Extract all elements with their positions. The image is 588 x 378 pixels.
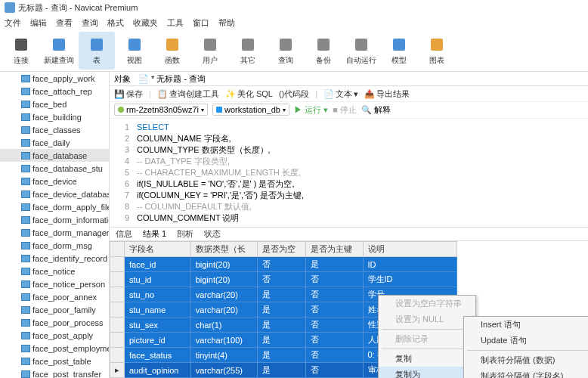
cell[interactable]: 否 <box>305 318 363 333</box>
col-header[interactable]: 是否为空 <box>257 242 305 257</box>
tree-item[interactable]: face_dorm_msg <box>0 239 109 252</box>
tree-item[interactable]: face_post_table <box>0 355 109 367</box>
tab-object[interactable]: 对象 <box>114 73 131 85</box>
submenu-insert[interactable]: Insert 语句 <box>464 317 588 333</box>
tree-item[interactable]: face_classes <box>0 123 109 136</box>
object-tree[interactable]: face_apply_workface_attach_repface_bedfa… <box>0 72 110 378</box>
cell[interactable]: audit_opinion <box>125 363 191 378</box>
cell[interactable]: varchar(20) <box>190 287 257 302</box>
cell[interactable]: picture_id <box>125 333 191 348</box>
explain-button[interactable]: 🔍 解释 <box>361 104 391 116</box>
cell[interactable]: char(1) <box>190 318 257 333</box>
tree-item[interactable]: face_building <box>0 110 109 123</box>
cell[interactable]: 否 <box>305 272 363 287</box>
tool-用户[interactable]: 用户 <box>192 32 228 70</box>
cell[interactable]: 否 <box>305 287 363 302</box>
cell[interactable]: face_status <box>125 348 191 363</box>
menu-item[interactable]: 查看 <box>56 17 73 29</box>
cell[interactable]: varchar(20) <box>190 302 257 318</box>
tree-item[interactable]: face_post_transfer <box>0 367 109 378</box>
cell[interactable]: 否 <box>305 333 363 348</box>
col-header[interactable]: 字段名 <box>125 242 191 257</box>
tool-图表[interactable]: 图表 <box>419 32 455 70</box>
context-submenu[interactable]: Insert 语句 Update 语句 制表符分隔值 (数据) 制表符分隔值 (… <box>463 316 588 378</box>
tool-新建查询[interactable]: 新建查询 <box>41 32 77 70</box>
tree-item[interactable]: face_post_employment <box>0 342 109 355</box>
server-selector[interactable]: rm-2zetn83n05wz7i▾ <box>114 104 208 116</box>
submenu-tab-data[interactable]: 制表符分隔值 (数据) <box>464 352 588 368</box>
cell[interactable]: 否 <box>257 272 305 287</box>
cell[interactable]: 是 <box>257 318 305 333</box>
tree-item[interactable]: face_notice_person <box>0 277 109 290</box>
tree-item[interactable]: face_dorm_apply_file <box>0 200 109 213</box>
tree-item[interactable]: face_poor_annex <box>0 290 109 303</box>
tool-表[interactable]: 表 <box>79 32 115 70</box>
menu-copy[interactable]: 复制 <box>379 351 475 367</box>
tool-其它[interactable]: 其它 <box>230 32 266 70</box>
cell[interactable]: 是 <box>257 287 305 302</box>
col-header[interactable]: 说明 <box>363 242 456 257</box>
cell[interactable]: varchar(100) <box>190 333 257 348</box>
cell[interactable]: stu_id <box>125 272 191 287</box>
menu-item[interactable]: 编辑 <box>30 17 47 29</box>
tree-item[interactable]: face_daily <box>0 136 109 149</box>
cell[interactable]: stu_sex <box>125 318 191 333</box>
context-menu[interactable]: 设置为空白字符串 设置为 NULL 删除记录 复制 复制为 粘贴 显示 <box>378 295 476 378</box>
cell[interactable]: 学生ID <box>363 272 456 287</box>
tool-函数[interactable]: 函数 <box>154 32 190 70</box>
menu-item[interactable]: 窗口 <box>193 17 209 29</box>
tree-item[interactable]: face_post_apply <box>0 329 109 342</box>
tool-连接[interactable]: 连接 <box>3 32 39 70</box>
menu-item[interactable]: 工具 <box>167 17 184 29</box>
tab-profile[interactable]: 剖析 <box>177 228 193 240</box>
tree-item[interactable]: face_device_database <box>0 187 109 200</box>
cell[interactable]: bigint(20) <box>190 272 257 287</box>
menu-item[interactable]: 文件 <box>5 17 21 29</box>
menu-copy-as[interactable]: 复制为 <box>379 367 475 378</box>
db-selector[interactable]: workstation_db▾ <box>212 104 289 116</box>
code-segment-button[interactable]: ()代码段 <box>279 88 309 100</box>
tree-item[interactable]: face_identify_record <box>0 252 109 265</box>
tree-item[interactable]: face_bed <box>0 98 109 110</box>
cell[interactable]: 否 <box>305 363 363 378</box>
cell[interactable]: 是 <box>305 257 363 272</box>
menu-item[interactable]: 帮助 <box>218 17 235 29</box>
tool-模型[interactable]: 模型 <box>381 32 417 70</box>
cell[interactable]: stu_name <box>125 302 191 318</box>
cell[interactable]: bigint(20) <box>190 257 257 272</box>
tree-item[interactable]: face_notice <box>0 265 109 277</box>
tree-item[interactable]: face_dorm_manager <box>0 226 109 239</box>
export-button[interactable]: 📤 导出结果 <box>364 88 410 100</box>
cell[interactable]: 是 <box>257 363 305 378</box>
tree-item[interactable]: face_poor_family <box>0 303 109 316</box>
tree-item[interactable]: face_database <box>0 149 109 162</box>
text-button[interactable]: 📄 文本 ▾ <box>323 88 358 100</box>
query-builder-button[interactable]: 📋 查询创建工具 <box>157 88 219 100</box>
cell[interactable]: 是 <box>257 348 305 363</box>
tab-info[interactable]: 信息 <box>116 228 132 240</box>
tool-查询[interactable]: 查询 <box>268 32 304 70</box>
submenu-tab-fields[interactable]: 制表符分隔值 (字段名) <box>464 368 588 378</box>
cell[interactable]: stu_no <box>125 287 191 302</box>
submenu-update[interactable]: Update 语句 <box>464 333 588 349</box>
tool-备份[interactable]: 备份 <box>305 32 342 70</box>
tree-item[interactable]: face_database_stu <box>0 162 109 175</box>
tree-item[interactable]: face_dorm_information <box>0 213 109 226</box>
cell[interactable]: 是 <box>257 302 305 318</box>
tab-status[interactable]: 状态 <box>204 228 221 240</box>
cell[interactable]: 是 <box>257 333 305 348</box>
col-header[interactable]: 是否为主键 <box>305 242 363 257</box>
tree-item[interactable]: face_device <box>0 175 109 187</box>
save-button[interactable]: 💾 保存 <box>114 88 143 100</box>
menu-item[interactable]: 格式 <box>107 17 124 29</box>
sql-editor[interactable]: 1SELECT2 COLUMN_NAME 字段名,3 COLUMN_TYPE 数… <box>110 119 588 227</box>
cell[interactable]: 否 <box>257 257 305 272</box>
tree-item[interactable]: face_attach_rep <box>0 85 109 98</box>
cell[interactable]: ID <box>363 257 456 272</box>
cell[interactable]: 否 <box>305 348 363 363</box>
tool-自动运行[interactable]: 自动运行 <box>343 32 379 70</box>
menu-item[interactable]: 查询 <box>82 17 98 29</box>
tab-result1[interactable]: 结果 1 <box>143 228 166 240</box>
cell[interactable]: varchar(255) <box>190 363 257 378</box>
col-header[interactable]: 数据类型（长 <box>190 242 257 257</box>
